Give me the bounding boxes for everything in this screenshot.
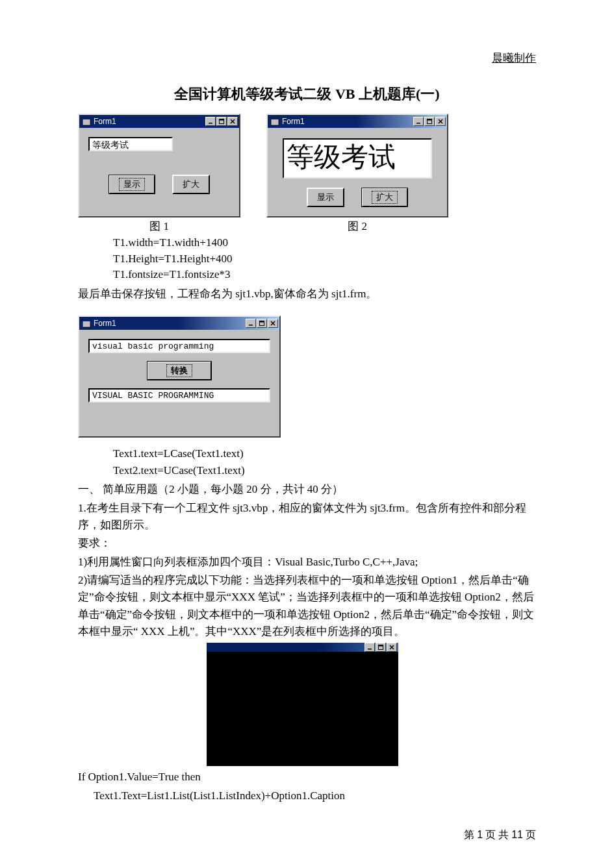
vb-window-2: Form1 等级考试 bbox=[266, 114, 448, 217]
svg-rect-21 bbox=[368, 649, 372, 650]
titlebar: Form1 bbox=[268, 115, 447, 128]
paragraph: 最后单击保存按钮，工程命名为 sjt1.vbp,窗体命名为 sjt1.frm。 bbox=[78, 286, 536, 303]
close-button[interactable] bbox=[435, 117, 446, 126]
close-button[interactable] bbox=[227, 117, 238, 126]
textbox-input[interactable]: visual basic programming bbox=[88, 339, 270, 353]
code-block-2: Text1.text=LCase(Text1.text) Text2.text=… bbox=[78, 445, 536, 478]
paragraph: 要求： bbox=[78, 535, 536, 552]
svg-rect-18 bbox=[260, 321, 264, 323]
svg-rect-9 bbox=[416, 123, 420, 124]
minimize-button[interactable] bbox=[246, 319, 256, 328]
display-button[interactable]: 显示 bbox=[109, 175, 155, 194]
enlarge-button-label: 扩大 bbox=[372, 191, 398, 204]
svg-rect-11 bbox=[428, 119, 432, 121]
footer-prefix: 第 bbox=[464, 829, 477, 840]
display-button[interactable]: 显示 bbox=[307, 188, 344, 207]
paragraph: 1)利用属性窗口向列表框添加四个项目：Visual Basic,Turbo C,… bbox=[78, 554, 536, 571]
code-line: T1.width=T1.width+1400 bbox=[113, 235, 536, 251]
close-button[interactable] bbox=[268, 319, 278, 328]
minimize-button[interactable] bbox=[205, 117, 216, 126]
enlarge-button-label: 扩大 bbox=[183, 179, 199, 190]
maximize-button[interactable] bbox=[257, 319, 267, 328]
svg-rect-4 bbox=[220, 119, 224, 121]
window-controls bbox=[205, 117, 238, 126]
titlebar bbox=[207, 643, 398, 652]
svg-rect-23 bbox=[379, 645, 383, 647]
maximize-button[interactable] bbox=[376, 643, 386, 652]
page-number: 1 bbox=[477, 829, 483, 840]
code-line: Text2.text=UCase(Text1.text) bbox=[113, 462, 536, 479]
figure-1-caption: 图 1 bbox=[149, 219, 169, 234]
form-icon bbox=[270, 117, 279, 126]
titlebar: Form1 bbox=[79, 317, 279, 330]
maximize-button[interactable] bbox=[424, 117, 435, 126]
titlebar: Form1 bbox=[79, 115, 239, 128]
convert-button[interactable]: 转换 bbox=[147, 361, 212, 380]
textbox-t1-large[interactable]: 等级考试 bbox=[283, 138, 432, 179]
window-title: Form1 bbox=[94, 117, 116, 126]
paragraph: 1.在考生目录下有一个工程文件 sjt3.vbp，相应的窗体文件为 sjt3.f… bbox=[78, 500, 536, 534]
code-line: T1.Height=T1.Height+400 bbox=[113, 251, 536, 267]
svg-rect-16 bbox=[249, 325, 253, 326]
svg-rect-8 bbox=[271, 118, 279, 119]
footer-mid: 页 共 bbox=[483, 829, 511, 840]
form-icon bbox=[82, 319, 91, 328]
display-button-label: 显示 bbox=[119, 178, 145, 191]
display-button-label: 显示 bbox=[317, 192, 334, 203]
window-controls bbox=[245, 319, 278, 328]
dark-screenshot-placeholder bbox=[207, 643, 398, 766]
code-line: T1.fontsize=T1.fontsize*3 bbox=[113, 267, 536, 283]
enlarge-button[interactable]: 扩大 bbox=[361, 188, 408, 207]
window-controls bbox=[413, 117, 446, 126]
page-title: 全国计算机等级考试二级 VB 上机题库(一) bbox=[78, 84, 536, 104]
footer-suffix: 页 bbox=[523, 829, 536, 840]
maximize-button[interactable] bbox=[216, 117, 227, 126]
code-block-1: T1.width=T1.width+1400 T1.Height=T1.Heig… bbox=[78, 235, 536, 283]
code-line: If Option1.Value=True then bbox=[78, 769, 536, 786]
window-title: Form1 bbox=[282, 117, 305, 126]
paragraph: 2)请编写适当的程序完成以下功能：当选择列表框中的一项和单选按钮 Option1… bbox=[78, 572, 536, 640]
textbox-t1[interactable]: 等级考试 bbox=[88, 137, 173, 151]
minimize-button[interactable] bbox=[365, 643, 375, 652]
section-heading: 一、 简单应用题（2 小题，每小题 20 分，共计 40 分） bbox=[78, 481, 536, 498]
close-button[interactable] bbox=[387, 643, 397, 652]
code-line: Text1.Text=List1.List(List1.ListIndex)+O… bbox=[78, 787, 536, 804]
vb-window-1: Form1 bbox=[78, 114, 240, 217]
convert-button-label: 转换 bbox=[166, 364, 192, 377]
svg-rect-1 bbox=[83, 118, 90, 119]
figure-row: Form1 bbox=[78, 114, 536, 234]
figure-1: Form1 bbox=[78, 114, 240, 234]
svg-rect-15 bbox=[83, 319, 90, 321]
enlarge-button[interactable]: 扩大 bbox=[172, 175, 210, 194]
window-title: Form1 bbox=[94, 319, 116, 328]
form-icon bbox=[82, 117, 91, 126]
page-total: 11 bbox=[511, 829, 523, 840]
textbox-output[interactable]: VISUAL BASIC PROGRAMMING bbox=[88, 388, 270, 403]
figure-2: Form1 等级考试 bbox=[266, 114, 448, 234]
figure-2-caption: 图 2 bbox=[348, 219, 367, 234]
svg-rect-2 bbox=[209, 123, 212, 124]
minimize-button[interactable] bbox=[413, 117, 424, 126]
page-footer: 第 1 页 共 11 页 bbox=[464, 828, 536, 842]
vb-window-3: Form1 visual basic programming 转换 VISUAL… bbox=[78, 316, 281, 438]
code-line: Text1.text=LCase(Text1.text) bbox=[113, 445, 536, 462]
header-credit: 晨曦制作 bbox=[492, 51, 536, 66]
